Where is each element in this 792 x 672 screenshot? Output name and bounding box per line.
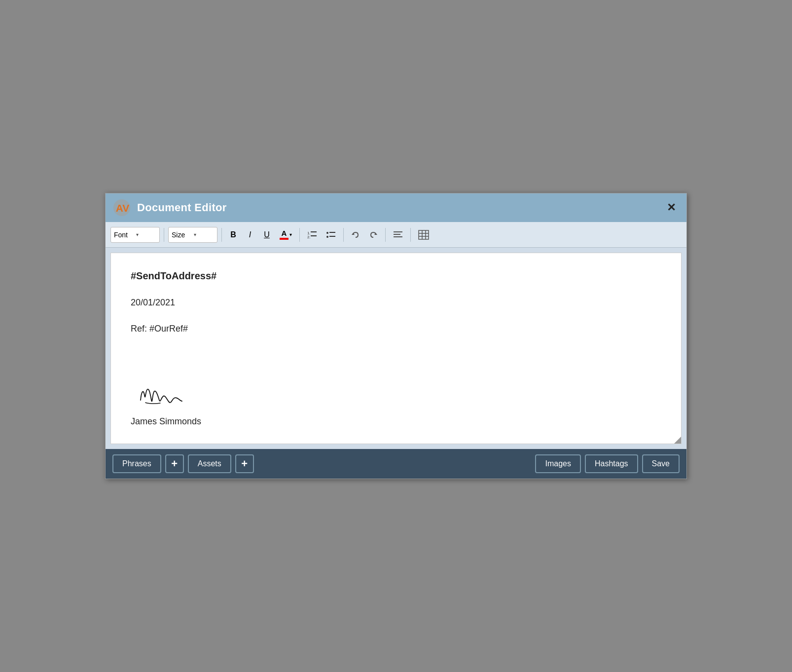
italic-button[interactable]: I xyxy=(243,227,257,243)
editor-area[interactable]: #SendToAddress# 20/01/2021 Ref: #OurRef#… xyxy=(110,253,682,444)
align-icon xyxy=(393,230,403,239)
svg-point-8 xyxy=(326,236,328,238)
images-button[interactable]: Images xyxy=(535,454,580,473)
font-label: Font xyxy=(114,231,134,239)
font-color-bar xyxy=(280,238,288,240)
assets-button[interactable]: Assets xyxy=(188,454,231,473)
hashtags-button[interactable]: Hashtags xyxy=(585,454,638,473)
bold-button[interactable]: B xyxy=(226,227,241,243)
undo-button[interactable] xyxy=(348,227,363,243)
document-editor-window: AV Document Editor ✕ Font ▾ Size ▾ B I U… xyxy=(105,193,687,479)
size-label: Size xyxy=(172,231,192,239)
svg-rect-7 xyxy=(329,232,335,233)
divider-4 xyxy=(343,228,344,242)
svg-text:AV: AV xyxy=(116,202,130,214)
signature-area: James Simmonds xyxy=(131,375,661,429)
undo-icon xyxy=(351,230,360,239)
ordered-list-button[interactable]: 1. 2. xyxy=(304,227,321,243)
assets-add-button[interactable]: + xyxy=(235,454,254,473)
unordered-list-button[interactable] xyxy=(323,227,339,243)
divider-3 xyxy=(299,228,300,242)
svg-rect-12 xyxy=(394,231,402,232)
app-logo: AV xyxy=(112,198,131,217)
phrases-button[interactable]: Phrases xyxy=(112,454,161,473)
size-dropdown-arrow: ▾ xyxy=(194,232,214,237)
font-color-arrow: ▾ xyxy=(289,232,292,237)
editor-wrapper: #SendToAddress# 20/01/2021 Ref: #OurRef#… xyxy=(106,248,686,448)
unordered-list-icon xyxy=(326,230,336,239)
svg-rect-13 xyxy=(394,234,400,235)
svg-rect-14 xyxy=(394,236,402,237)
document-ref: Ref: #OurRef# xyxy=(131,322,661,336)
save-button[interactable]: Save xyxy=(642,454,680,473)
font-color-button[interactable]: A ▾ xyxy=(276,227,295,243)
signature-image xyxy=(131,375,210,410)
ordered-list-icon: 1. 2. xyxy=(307,230,317,239)
svg-rect-15 xyxy=(419,230,429,239)
svg-rect-5 xyxy=(311,235,317,236)
toolbar: Font ▾ Size ▾ B I U A ▾ 1. xyxy=(106,222,686,248)
underline-button[interactable]: U xyxy=(259,227,274,243)
title-bar: AV Document Editor ✕ xyxy=(106,193,686,222)
table-button[interactable] xyxy=(415,227,432,243)
send-to-address: #SendToAddress# xyxy=(131,268,661,284)
divider-6 xyxy=(410,228,411,242)
svg-rect-3 xyxy=(311,231,317,232)
redo-button[interactable] xyxy=(365,227,381,243)
svg-rect-9 xyxy=(329,236,335,237)
divider-2 xyxy=(221,228,222,242)
svg-text:2.: 2. xyxy=(307,235,311,239)
window-title: Document Editor xyxy=(137,201,663,214)
align-button[interactable] xyxy=(390,227,406,243)
svg-point-6 xyxy=(326,232,328,234)
font-color-icon: A xyxy=(280,229,288,240)
font-dropdown-arrow: ▾ xyxy=(136,232,156,237)
phrases-add-button[interactable]: + xyxy=(165,454,184,473)
redo-icon xyxy=(369,230,378,239)
size-dropdown[interactable]: Size ▾ xyxy=(168,227,217,243)
font-dropdown[interactable]: Font ▾ xyxy=(110,227,160,243)
divider-5 xyxy=(385,228,386,242)
resize-handle[interactable] xyxy=(674,437,681,444)
close-button[interactable]: ✕ xyxy=(663,200,680,215)
document-date: 20/01/2021 xyxy=(131,296,661,310)
footer: Phrases + Assets + Images Hashtags Save xyxy=(106,449,686,479)
table-icon xyxy=(418,230,429,240)
font-color-letter: A xyxy=(282,229,287,237)
divider-1 xyxy=(164,228,164,242)
signer-name: James Simmonds xyxy=(131,414,661,429)
